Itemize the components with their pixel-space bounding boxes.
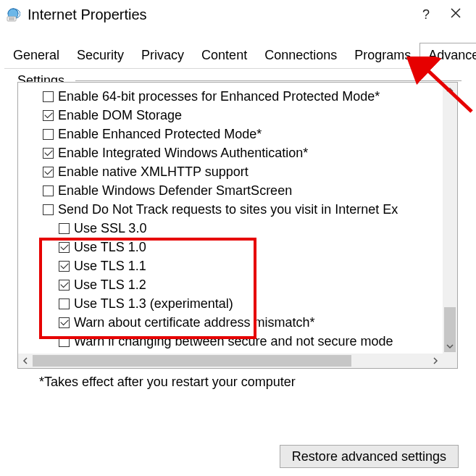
setting-row[interactable]: Use TLS 1.2 bbox=[59, 275, 443, 294]
group-divider bbox=[75, 80, 462, 81]
setting-label: Enable 64-bit processes for Enhanced Pro… bbox=[58, 89, 380, 104]
settings-list-content[interactable]: Enable 64-bit processes for Enhanced Pro… bbox=[18, 83, 443, 354]
checkbox[interactable] bbox=[59, 336, 70, 347]
setting-row[interactable]: Enable Enhanced Protected Mode* bbox=[43, 125, 443, 143]
setting-row[interactable]: Send Do Not Track requests to sites you … bbox=[43, 200, 443, 219]
setting-label: Warn if changing between secure and not … bbox=[74, 334, 393, 349]
tab-connections[interactable]: Connections bbox=[256, 43, 346, 69]
setting-row[interactable]: Warn about certificate address mismatch* bbox=[59, 313, 443, 332]
scrollbar-corner bbox=[443, 354, 457, 368]
setting-row[interactable]: Enable DOM Storage bbox=[43, 106, 443, 125]
setting-row[interactable]: Use TLS 1.3 (experimental) bbox=[59, 294, 443, 313]
checkbox[interactable] bbox=[43, 91, 54, 102]
setting-row[interactable]: Enable Integrated Windows Authentication… bbox=[43, 143, 443, 162]
checkbox[interactable] bbox=[43, 148, 54, 159]
window-title: Internet Properties bbox=[28, 7, 422, 23]
settings-group: Settings Enable 64-bit processes for Enh… bbox=[17, 82, 462, 390]
window-controls: ? bbox=[422, 7, 470, 22]
svg-rect-1 bbox=[7, 17, 16, 21]
checkbox[interactable] bbox=[43, 110, 54, 121]
scroll-down-arrow-icon[interactable] bbox=[443, 339, 457, 354]
checkbox[interactable] bbox=[59, 242, 70, 253]
setting-label: Enable Windows Defender SmartScreen bbox=[58, 183, 292, 199]
setting-label: Enable Enhanced Protected Mode* bbox=[58, 127, 262, 142]
tab-security[interactable]: Security bbox=[68, 43, 133, 69]
checkbox[interactable] bbox=[43, 204, 54, 215]
vertical-scrollbar[interactable] bbox=[443, 83, 457, 354]
setting-label: Enable Integrated Windows Authentication… bbox=[58, 146, 308, 161]
tab-content[interactable]: Content bbox=[193, 43, 256, 69]
setting-label: Use TLS 1.0 bbox=[74, 240, 146, 255]
horizontal-scrollbar[interactable] bbox=[18, 354, 443, 368]
checkbox[interactable] bbox=[43, 129, 54, 140]
restore-advanced-settings-button[interactable]: Restore advanced settings bbox=[280, 445, 459, 468]
setting-label: Use TLS 1.1 bbox=[74, 259, 146, 274]
footnote: *Takes effect after you restart your com… bbox=[39, 375, 462, 390]
app-icon bbox=[6, 7, 20, 22]
setting-label: Enable native XMLHTTP support bbox=[58, 164, 249, 180]
tab-advanced[interactable]: Advanced bbox=[419, 43, 476, 69]
checkbox[interactable] bbox=[59, 317, 70, 328]
scroll-up-arrow-icon[interactable] bbox=[443, 83, 457, 97]
internet-properties-dialog: Internet Properties ? GeneralSecurityPri… bbox=[0, 0, 476, 476]
setting-row[interactable]: Use TLS 1.1 bbox=[59, 256, 443, 275]
setting-label: Use SSL 3.0 bbox=[74, 221, 146, 236]
checkbox[interactable] bbox=[43, 167, 54, 178]
titlebar: Internet Properties ? bbox=[0, 0, 476, 29]
tab-privacy[interactable]: Privacy bbox=[133, 43, 193, 69]
close-button[interactable] bbox=[450, 7, 462, 22]
setting-row[interactable]: Warn if changing between secure and not … bbox=[59, 332, 443, 351]
tab-general[interactable]: General bbox=[4, 43, 68, 69]
checkbox[interactable] bbox=[59, 298, 70, 309]
setting-row[interactable]: Enable native XMLHTTP support bbox=[43, 162, 443, 181]
checkbox[interactable] bbox=[43, 185, 54, 196]
setting-label: Use TLS 1.2 bbox=[74, 277, 146, 293]
tab-programs[interactable]: Programs bbox=[346, 43, 419, 69]
horizontal-scroll-track[interactable] bbox=[33, 354, 428, 368]
vertical-scroll-track[interactable] bbox=[443, 97, 457, 339]
scroll-left-arrow-icon[interactable] bbox=[18, 354, 33, 368]
setting-row[interactable]: Enable Windows Defender SmartScreen bbox=[43, 181, 443, 200]
help-button[interactable]: ? bbox=[422, 7, 430, 22]
setting-label: Enable DOM Storage bbox=[58, 108, 182, 123]
tab-strip: GeneralSecurityPrivacyContentConnections… bbox=[4, 42, 472, 69]
checkbox[interactable] bbox=[59, 261, 70, 272]
setting-label: Warn about certificate address mismatch* bbox=[74, 315, 314, 330]
settings-listbox: Enable 64-bit processes for Enhanced Pro… bbox=[17, 82, 458, 369]
setting-label: Use TLS 1.3 (experimental) bbox=[74, 296, 233, 312]
horizontal-scroll-thumb[interactable] bbox=[33, 355, 351, 367]
scroll-right-arrow-icon[interactable] bbox=[428, 354, 443, 368]
setting-row[interactable]: Use SSL 3.0 bbox=[59, 219, 443, 238]
checkbox[interactable] bbox=[59, 280, 70, 291]
setting-row[interactable]: Enable 64-bit processes for Enhanced Pro… bbox=[43, 87, 443, 106]
setting-label: Send Do Not Track requests to sites you … bbox=[58, 202, 398, 217]
setting-row[interactable]: Use TLS 1.0 bbox=[59, 238, 443, 256]
checkbox[interactable] bbox=[59, 223, 70, 234]
